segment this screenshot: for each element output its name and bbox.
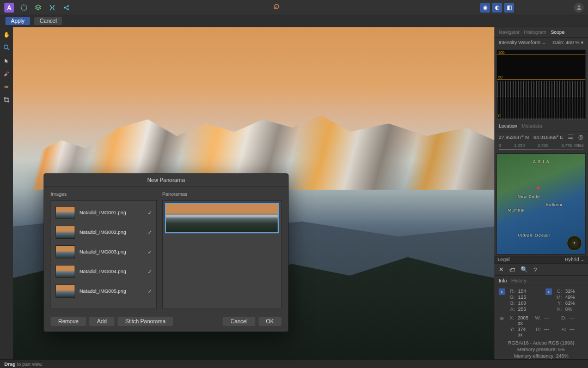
check-icon: ✓ — [148, 269, 152, 275]
search-icon[interactable]: 🔍 — [520, 266, 528, 273]
image-list-item[interactable]: Natadol_IMG002.png✓ — [53, 222, 154, 242]
image-filename: Natadol_IMG005.png — [79, 288, 143, 294]
view-mode-1[interactable]: ◉ — [480, 3, 490, 13]
apply-button[interactable]: Apply — [5, 17, 30, 25]
svg-point-5 — [578, 5, 580, 8]
remove-button[interactable]: Remove — [51, 317, 86, 326]
right-panel: Navigator Histogram Scope Intensity Wave… — [494, 27, 588, 359]
image-thumbnail — [56, 206, 75, 219]
tab-location[interactable]: Location — [499, 123, 517, 129]
svg-point-0 — [21, 5, 27, 10]
locate-icon[interactable]: ☰ — [568, 134, 573, 141]
image-filename: Natadol_IMG004.png — [79, 269, 143, 274]
help-icon[interactable]: ? — [534, 267, 537, 273]
tab-history[interactable]: History — [511, 278, 526, 283]
location-map[interactable]: A S I A New Delhi Mumbai Kolkata Indian … — [497, 153, 586, 255]
tab-info[interactable]: Info — [499, 278, 507, 283]
view-mode-group: ◉ ◐ ◧ — [480, 3, 514, 13]
check-icon: ✓ — [148, 249, 152, 255]
new-panorama-dialog: New Panorama Images Natadol_IMG001.png✓N… — [44, 173, 289, 332]
stitch-panorama-button[interactable]: Stitch Panorama — [118, 317, 173, 326]
add-button[interactable]: Add — [89, 317, 114, 326]
gps-lon: 84.018869° E — [534, 135, 564, 140]
status-bar: Drag to pan view. — [0, 359, 588, 368]
memory-efficiency: Memory efficiency: 245% — [494, 353, 588, 359]
image-thumbnail — [56, 285, 75, 298]
layers-icon[interactable] — [34, 3, 42, 12]
map-legal-link[interactable]: Legal — [498, 257, 510, 262]
image-filename: Natadol_IMG001.png — [79, 210, 143, 215]
eyedropper-rgb-icon[interactable]: ▸ — [499, 288, 505, 295]
check-icon: ✓ — [148, 288, 152, 294]
check-icon: ✓ — [148, 210, 152, 216]
pointer-tool-icon[interactable] — [3, 57, 10, 64]
top-toolbar: A ◉ ◐ ◧ — [0, 0, 588, 15]
tab-metadata[interactable]: Metadata — [522, 123, 542, 129]
panel-tabs-top: Navigator Histogram Scope — [494, 27, 588, 38]
share-icon[interactable] — [62, 3, 71, 12]
user-account-icon[interactable] — [574, 3, 584, 13]
svg-point-6 — [4, 45, 8, 49]
color-target-icon[interactable] — [271, 3, 280, 12]
map-pin-icon — [536, 186, 540, 190]
tag-icon[interactable]: 🏷 — [509, 267, 515, 273]
app-icon[interactable]: A — [4, 3, 14, 13]
panorama-preview-list[interactable] — [162, 200, 281, 309]
image-list-item[interactable]: Natadol_IMG005.png✓ — [53, 281, 154, 301]
eraser-tool-icon[interactable]: ✏ — [3, 83, 10, 91]
tool-column: ✋ 🖌 ✏ — [0, 27, 13, 359]
check-icon: ✓ — [148, 230, 152, 236]
images-header: Images — [51, 191, 157, 197]
brush-tool-icon[interactable]: 🖌 — [3, 70, 10, 77]
mirror-icon[interactable] — [48, 3, 57, 12]
dialog-title: New Panorama — [44, 174, 288, 187]
action-bar: Apply Cancel — [0, 15, 588, 27]
image-thumbnail — [56, 245, 75, 258]
dialog-cancel-button[interactable]: Cancel — [223, 317, 255, 326]
source-images-list[interactable]: Natadol_IMG001.png✓Natadol_IMG002.png✓Na… — [51, 200, 157, 309]
zoom-tool-icon[interactable] — [3, 44, 10, 51]
gps-lat: 27.952887° N — [499, 135, 529, 140]
crosshair-icon: ⊕ — [499, 315, 505, 322]
memory-pressure: Memory pressure: 6% — [494, 346, 588, 353]
tab-histogram[interactable]: Histogram — [524, 29, 547, 35]
image-thumbnail — [56, 265, 75, 278]
view-mode-2[interactable]: ◐ — [492, 3, 502, 13]
image-filename: Natadol_IMG002.png — [79, 230, 143, 235]
tab-scope[interactable]: Scope — [551, 29, 565, 35]
target-icon[interactable]: ◎ — [578, 134, 584, 141]
waveform-scope: 100 50 0 — [497, 50, 586, 119]
eyedropper-cmyk-icon[interactable]: ▸ — [546, 288, 552, 295]
hand-tool-icon[interactable]: ✋ — [3, 31, 10, 38]
panoramas-header: Panoramas — [162, 191, 281, 197]
image-list-item[interactable]: Natadol_IMG004.png✓ — [53, 262, 154, 281]
image-filename: Natadol_IMG003.png — [79, 249, 143, 255]
panorama-thumbnail[interactable] — [165, 203, 279, 233]
tab-navigator[interactable]: Navigator — [499, 29, 520, 35]
map-scale: 01,2502,5003,750 miles — [494, 143, 588, 148]
cancel-button[interactable]: Cancel — [34, 17, 62, 25]
dialog-ok-button[interactable]: OK — [259, 317, 281, 326]
gain-value[interactable]: 400 % — [566, 40, 580, 45]
view-mode-3[interactable]: ◧ — [504, 3, 514, 13]
image-list-item[interactable]: Natadol_IMG001.png✓ — [53, 203, 154, 222]
map-mode-select[interactable]: Hybrid ⌄ — [565, 257, 585, 262]
compass-icon[interactable]: ✦ — [567, 236, 582, 251]
waveform-mode-select[interactable]: Intensity Waveform ⌄ — [499, 40, 546, 45]
adjust-icon[interactable] — [20, 3, 28, 12]
crop-tool-icon[interactable] — [3, 96, 10, 104]
color-profile: RGBA/16 - Adobe RGB (1998) — [494, 340, 588, 346]
image-thumbnail — [56, 226, 75, 239]
image-list-item[interactable]: Natadol_IMG003.png✓ — [53, 242, 154, 262]
close-icon[interactable]: ✕ — [499, 266, 504, 273]
